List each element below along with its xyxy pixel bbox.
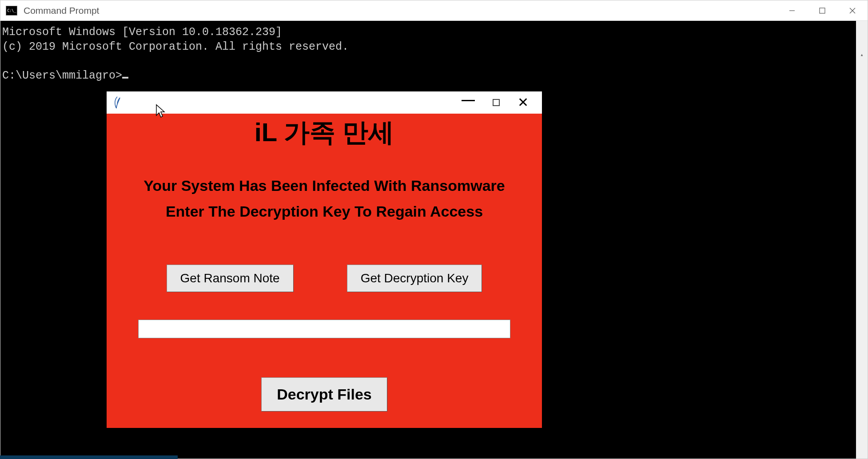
cmd-close-button[interactable] xyxy=(837,0,868,20)
ransom-heading: iL 가족 만세 xyxy=(255,115,394,150)
cmd-titlebar[interactable]: Command Prompt xyxy=(0,0,868,21)
ransom-body: iL 가족 만세 Your System Has Been Infected W… xyxy=(107,114,542,428)
cmd-scrollbar[interactable]: ▴ xyxy=(856,21,868,459)
cmd-minimize-button[interactable] xyxy=(777,0,807,20)
decrypt-button-wrap: Decrypt Files xyxy=(261,377,387,412)
ransom-maximize-button[interactable] xyxy=(493,99,500,106)
cmd-output-line: Microsoft Windows [Version 10.0.18362.23… xyxy=(2,26,282,39)
svg-rect-1 xyxy=(820,8,825,13)
cmd-icon xyxy=(6,6,17,16)
cmd-scroll-up-button[interactable]: ▴ xyxy=(856,50,868,61)
get-ransom-note-button[interactable]: Get Ransom Note xyxy=(167,265,294,292)
decrypt-files-button[interactable]: Decrypt Files xyxy=(261,377,387,412)
get-decryption-key-button[interactable]: Get Decryption Key xyxy=(347,265,482,292)
cmd-maximize-button[interactable] xyxy=(807,0,837,20)
ransom-titlebar[interactable]: — ✕ xyxy=(107,91,542,114)
ransom-message: Your System Has Been Infected With Ranso… xyxy=(143,173,505,225)
tk-feather-icon xyxy=(113,96,122,109)
ransom-message-line1: Your System Has Been Infected With Ranso… xyxy=(143,173,505,199)
ransom-minimize-button[interactable]: — xyxy=(462,93,475,107)
cmd-output-line: (c) 2019 Microsoft Corporation. All righ… xyxy=(2,40,349,53)
ransom-window-controls: — ✕ xyxy=(462,96,542,109)
cmd-cursor xyxy=(122,77,128,79)
taskbar-fragment[interactable] xyxy=(0,455,178,459)
cmd-window-title: Command Prompt xyxy=(24,5,99,16)
cmd-window-controls xyxy=(777,0,868,20)
ransom-message-line2: Enter The Decryption Key To Regain Acces… xyxy=(143,199,505,225)
ransom-button-row: Get Ransom Note Get Decryption Key xyxy=(167,265,482,292)
ransom-close-button[interactable]: ✕ xyxy=(518,96,529,109)
cmd-prompt: C:\Users\mmilagro> xyxy=(2,69,122,82)
decryption-key-input[interactable] xyxy=(138,320,510,338)
ransomware-dialog: — ✕ iL 가족 만세 Your System Has Been Infect… xyxy=(107,91,542,428)
